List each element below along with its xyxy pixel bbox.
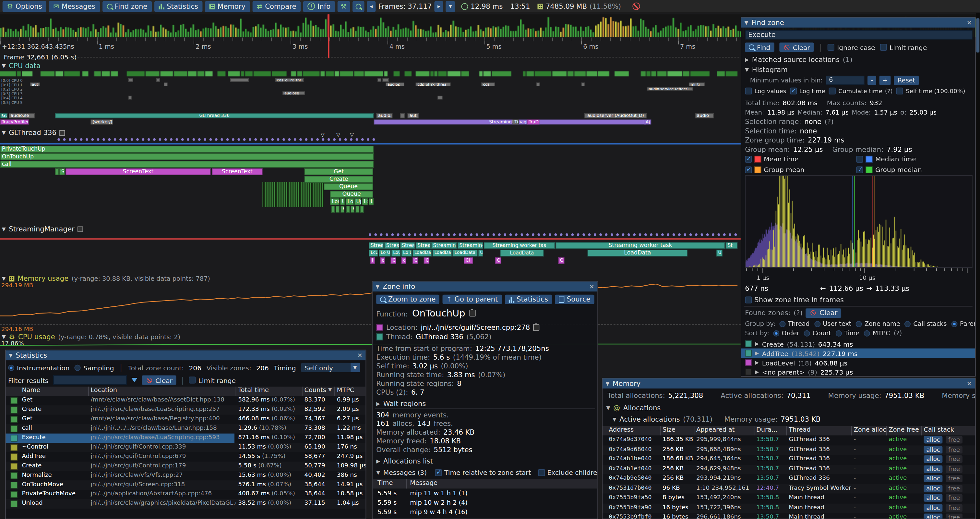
free-callstack-button[interactable]: free xyxy=(946,504,963,511)
zone-event-dot[interactable] xyxy=(577,233,579,236)
zone-bar[interactable]: cds xyxy=(481,83,495,86)
zone-bar[interactable]: c xyxy=(380,257,385,264)
zone-bar[interactable]: call xyxy=(0,161,374,168)
instrumentation-radio[interactable]: Instrumentation xyxy=(8,364,70,371)
zone-event-dot[interactable] xyxy=(498,233,501,236)
column-header-zone-free[interactable]: Zone free xyxy=(889,426,919,433)
clear-found-zones-button[interactable]: Clear xyxy=(806,308,841,318)
column-header-time[interactable]: Time xyxy=(377,479,393,486)
statistics-row[interactable]: Createjni/../jni/src/guif/Control.cpp:17… xyxy=(5,462,366,471)
find-zone-titlebar[interactable]: ▼ Find zone ✕ xyxy=(741,18,975,27)
sampling-radio[interactable]: Sampling xyxy=(75,364,114,371)
zone-bar[interactable]: audio xyxy=(695,113,714,118)
zone-event-dot[interactable] xyxy=(119,138,122,141)
zone-event-dot[interactable] xyxy=(656,233,658,236)
tools-button[interactable]: ⚒ xyxy=(337,1,350,12)
limit-range-checkbox[interactable]: Limit range xyxy=(880,43,927,51)
zone-bar[interactable]: Si xyxy=(59,168,65,175)
free-callstack-button[interactable]: free xyxy=(946,455,963,463)
zone-event-dot[interactable] xyxy=(374,233,377,236)
compare-button[interactable]: ⇄Compare xyxy=(252,1,301,12)
zone-event-dot[interactable] xyxy=(453,233,456,236)
zone-event-dot[interactable] xyxy=(695,233,698,236)
zone-bar[interactable]: Strea xyxy=(416,242,431,249)
frame-marker-icon[interactable]: ▽ xyxy=(336,132,340,137)
zone-bar[interactable]: ScreenText xyxy=(212,168,262,175)
zone-info-titlebar[interactable]: ▼ Zone info ✕ xyxy=(372,281,598,291)
statistics-row[interactable]: Createjni/../jni/src/claw/base/LuaScript… xyxy=(5,406,366,415)
zone-bar[interactable]: cds_ol_rx_threa xyxy=(416,83,451,86)
statistics-row[interactable]: calljni/../jni/../../../src/claw/base/Lu… xyxy=(5,424,366,434)
zone-bar[interactable]: TracyProfiler xyxy=(0,120,29,124)
zone-event-dot[interactable] xyxy=(187,138,189,141)
zone-event-dot[interactable] xyxy=(299,138,302,141)
radio-option-call-stacks[interactable]: Call stacks xyxy=(904,320,947,327)
zone-bar[interactable]: LoadData xyxy=(500,250,544,256)
messages-table-header[interactable]: Time Message xyxy=(372,479,598,489)
log-time-checkbox[interactable]: Log time xyxy=(790,88,825,94)
legend-toggle-mean-time[interactable]: Mean time xyxy=(745,155,856,163)
zone-bar[interactable]: Strea xyxy=(369,242,383,249)
found-zone-group[interactable]: ▶Create(54,131)643.34 ms xyxy=(741,339,975,348)
source-button[interactable]: Source xyxy=(555,295,594,304)
zone-bar[interactable]: TraD xyxy=(527,120,539,124)
alloc-callstack-button[interactable]: alloc xyxy=(924,436,943,443)
messages-button[interactable]: ✉Messages xyxy=(49,1,100,12)
statistics-row[interactable]: AddTreejni/../jni/src/guif/Control.cpp:6… xyxy=(5,452,366,462)
reset-button[interactable]: Reset xyxy=(894,76,919,85)
zone-bar[interactable] xyxy=(581,83,585,86)
alloc-callstack-button[interactable]: alloc xyxy=(924,455,943,463)
self-time-checkbox[interactable]: Self time (100.00%) xyxy=(896,88,965,94)
statistics-titlebar[interactable]: ▼ Statistics ✕ xyxy=(5,350,366,360)
zone-bar[interactable] xyxy=(331,206,335,212)
radio-option-parent[interactable]: Parent xyxy=(951,320,975,327)
collapse-icon[interactable]: ▼ xyxy=(376,469,380,475)
allocation-row[interactable]: 0x7531d7b04096 KB1:10 234,952,16112:40.7… xyxy=(603,484,975,494)
statistics-row[interactable]: Unloadjni/../jni/src/claw/graphics/pixel… xyxy=(5,499,366,509)
allocation-row[interactable]: 0x74ab9e5040256 KB293,994,219ns13:50.7GL… xyxy=(603,474,975,484)
zone-event-dot[interactable] xyxy=(622,233,625,236)
zone-event-dot[interactable] xyxy=(729,233,731,236)
zone-event-dot[interactable] xyxy=(735,233,737,236)
zone-event-dot[interactable] xyxy=(369,233,371,236)
zone-event-dot[interactable] xyxy=(673,233,675,236)
zone-bar[interactable]: Create xyxy=(304,176,373,183)
statistics-row[interactable]: Executejni/../jni/src/claw/base/LuaScrip… xyxy=(5,434,366,443)
zone-bar[interactable]: Up xyxy=(355,198,361,205)
zone-bar[interactable]: LoadData xyxy=(588,250,687,256)
statistics-row[interactable]: Get/mnt/e/claw/src/claw/base/AssetDict.h… xyxy=(5,396,366,406)
zone-bar[interactable]: aut xyxy=(407,113,419,118)
zone-bar[interactable] xyxy=(156,78,160,82)
column-header-mtpc[interactable]: MTPC xyxy=(337,386,354,393)
zone-bar[interactable] xyxy=(400,113,405,118)
memory-table-header[interactable]: Address Size Appeared at Dura... Thread … xyxy=(603,426,975,435)
alloc-callstack-button[interactable]: alloc xyxy=(924,514,943,519)
zone-bar[interactable]: LcU xyxy=(369,250,378,256)
zone-event-dot[interactable] xyxy=(322,138,325,141)
zone-event-dot[interactable] xyxy=(243,138,246,141)
zone-event-dot[interactable] xyxy=(356,138,358,141)
memory-usage-plot[interactable] xyxy=(0,281,741,324)
alloc-callstack-button[interactable]: alloc xyxy=(924,485,943,492)
info-button[interactable]: iInfo xyxy=(303,1,335,12)
histogram-toggle[interactable]: ▼Histogram xyxy=(741,65,792,73)
column-header-thread[interactable]: Thread xyxy=(789,426,810,433)
zone-event-dot[interactable] xyxy=(532,233,535,236)
zone-bar[interactable]: Loa xyxy=(330,198,339,205)
allocation-row[interactable]: 0x74a9d68040256 KB295,668,489ns13:50.7GL… xyxy=(603,445,975,455)
column-header-call-stack[interactable]: Call stack xyxy=(924,426,954,433)
zone-bar[interactable]: U xyxy=(478,250,483,256)
zone-event-dot[interactable] xyxy=(633,233,636,236)
streaming-manager-header[interactable]: ▼ StreamingManager xyxy=(2,225,83,233)
column-header-counts[interactable]: Counts xyxy=(304,386,326,393)
zone-bar[interactable]: Streaming worker task xyxy=(555,242,725,249)
cpu-activity-strip[interactable] xyxy=(0,71,737,77)
limit-range-checkbox[interactable]: Limit range xyxy=(189,376,236,384)
zone-event-dot[interactable] xyxy=(339,138,342,141)
zone-event-dot[interactable] xyxy=(644,233,647,236)
zone-bar[interactable]: Streaming xyxy=(431,242,457,249)
zone-bar[interactable]: C xyxy=(558,257,564,264)
alloc-address[interactable]: 0x74ab1ef040 xyxy=(609,465,652,471)
zone-event-dot[interactable] xyxy=(277,138,280,141)
scrollbar-thumb[interactable] xyxy=(976,18,979,53)
